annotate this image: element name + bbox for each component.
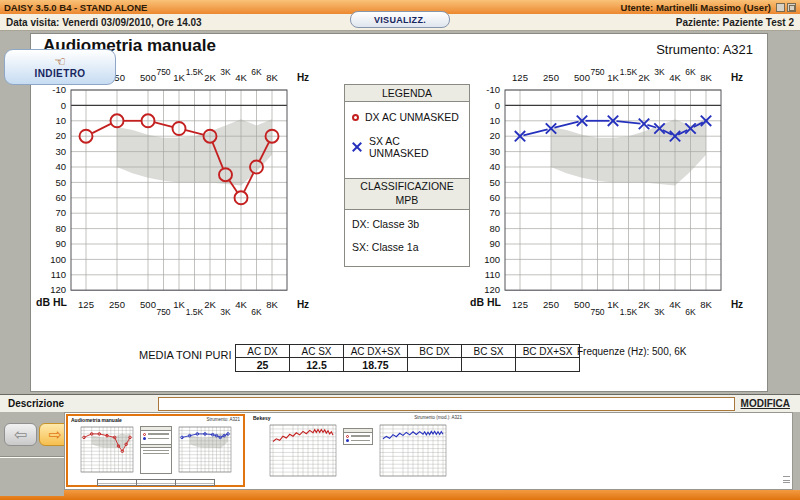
thumbnail-sx-chart (376, 422, 450, 482)
svg-text:10: 10 (489, 115, 500, 126)
description-row: Descrizione MODIFICA (0, 394, 800, 412)
thumbnail-table (97, 479, 215, 486)
svg-text:40: 40 (55, 161, 66, 172)
svg-text:4K: 4K (235, 72, 247, 83)
legend-item-dx: DX AC UNMASKED (352, 111, 462, 123)
svg-text:-10: -10 (52, 84, 66, 95)
svg-text:3K: 3K (220, 67, 231, 77)
series-segment (616, 121, 640, 123)
svg-text:110: 110 (51, 269, 66, 280)
svg-text:1K: 1K (173, 72, 185, 83)
svg-text:750: 750 (156, 67, 170, 77)
svg-text:30: 30 (489, 146, 500, 157)
svg-text:110: 110 (485, 269, 500, 280)
thumbnail-instrument: Strumento (mod.): A321 (414, 415, 462, 421)
col-header: BC DX+SX (516, 345, 580, 358)
svg-text:4K: 4K (669, 72, 681, 83)
svg-text:6K: 6K (251, 307, 262, 317)
patient-label: Paziente: Paziente Test 2 (676, 17, 794, 28)
right-arrow-icon: ⇨ (49, 426, 62, 443)
svg-text:80: 80 (55, 223, 66, 234)
svg-text:1.5K: 1.5K (186, 67, 204, 77)
svg-text:20: 20 (489, 130, 500, 141)
previous-exam-button[interactable]: ⇦ (4, 423, 37, 446)
svg-text:2K: 2K (638, 299, 650, 310)
svg-text:500: 500 (140, 299, 156, 310)
thumbnail-title: Bekesy (253, 415, 271, 421)
svg-text:90: 90 (489, 238, 500, 249)
svg-text:1K: 1K (173, 299, 185, 310)
svg-text:100: 100 (484, 254, 500, 265)
svg-text:250: 250 (543, 72, 559, 83)
svg-text:20: 20 (55, 130, 66, 141)
restore-icon[interactable] (787, 3, 796, 12)
back-button[interactable]: ☜ INDIETRO (4, 49, 116, 85)
visualizz-button[interactable]: VISUALIZZ. (350, 11, 450, 28)
col-header: AC DX (236, 345, 290, 358)
avg-value: 12.5 (290, 358, 344, 372)
svg-text:8K: 8K (266, 72, 278, 83)
svg-text:30: 30 (55, 146, 66, 157)
svg-text:2K: 2K (204, 299, 216, 310)
svg-text:70: 70 (55, 207, 66, 218)
series-segment (523, 129, 547, 135)
classification-sx: SX: Classe 1a (352, 241, 462, 253)
series-segment (647, 125, 656, 128)
app-title: DAISY 3.5.0 B4 - STAND ALONE (4, 2, 147, 13)
legend-header: LEGENDA (345, 85, 469, 102)
svg-text:500: 500 (140, 72, 156, 83)
svg-text:1K: 1K (607, 299, 619, 310)
average-table-label: MEDIA TONI PURI (139, 349, 232, 361)
svg-text:50: 50 (55, 177, 66, 188)
svg-text:0: 0 (495, 100, 500, 111)
svg-text:3K: 3K (654, 67, 665, 77)
instrument-label: Strumento: A321 (656, 42, 753, 57)
svg-text:80: 80 (489, 223, 500, 234)
thumbnail-bekesy[interactable]: Bekesy Strumento (mod.): A321 (250, 414, 465, 487)
col-header: AC DX+SX (344, 345, 408, 358)
svg-text:10: 10 (55, 115, 66, 126)
back-hand-icon: ☜ (54, 56, 66, 68)
application-window: DAISY 3.5.0 B4 - STAND ALONE Utente: Mar… (0, 0, 800, 500)
left-arrow-icon: ⇦ (14, 426, 27, 443)
exam-thumbnail-strip: Audiometria manuale Strumento: A321 (64, 412, 793, 490)
svg-text:2K: 2K (204, 72, 216, 83)
minimize-icon[interactable] (776, 3, 785, 12)
thumbnail-legend (343, 428, 373, 445)
exam-panel: Audiometria manuale Strumento: A321 1251… (30, 33, 768, 392)
thumbnail-audiometria-manuale[interactable]: Audiometria manuale Strumento: A321 (66, 414, 245, 487)
navigation-column: ⇦ ⇨ (0, 412, 64, 496)
svg-text:250: 250 (543, 299, 559, 310)
legend-item-label: DX AC UNMASKED (365, 111, 459, 123)
svg-text:1.5K: 1.5K (620, 67, 638, 77)
svg-text:60: 60 (489, 192, 500, 203)
svg-text:90: 90 (55, 238, 66, 249)
svg-text:250: 250 (109, 299, 125, 310)
bottom-accent-bar (0, 490, 800, 500)
modify-link[interactable]: MODIFICA (741, 398, 790, 409)
svg-text:750: 750 (590, 307, 604, 317)
back-button-label: INDIETRO (35, 68, 86, 79)
description-input[interactable] (158, 397, 735, 411)
classification-dx: DX: Classe 3b (352, 218, 462, 230)
svg-text:1K: 1K (607, 72, 619, 83)
svg-text:70: 70 (489, 207, 500, 218)
svg-text:50: 50 (489, 177, 500, 188)
avg-value (408, 358, 462, 372)
svg-text:60: 60 (55, 192, 66, 203)
thumbnail-dx-chart (77, 424, 137, 478)
avg-value (516, 358, 580, 372)
svg-text:6K: 6K (685, 67, 696, 77)
svg-text:4K: 4K (235, 299, 247, 310)
user-label: Utente: Martinelli Massimo (User) (621, 2, 771, 13)
avg-value: 25 (236, 358, 290, 372)
thumbnail-sx-chart (175, 424, 235, 478)
svg-text:dB HL: dB HL (470, 296, 501, 308)
svg-text:3K: 3K (220, 307, 231, 317)
svg-text:-10: -10 (486, 84, 500, 95)
frequencies-note: Frequenze (Hz): 500, 6K (577, 346, 687, 357)
svg-text:dB HL: dB HL (36, 296, 67, 308)
svg-text:40: 40 (489, 161, 500, 172)
scroll-grip[interactable] (783, 476, 790, 483)
svg-text:8K: 8K (700, 299, 712, 310)
